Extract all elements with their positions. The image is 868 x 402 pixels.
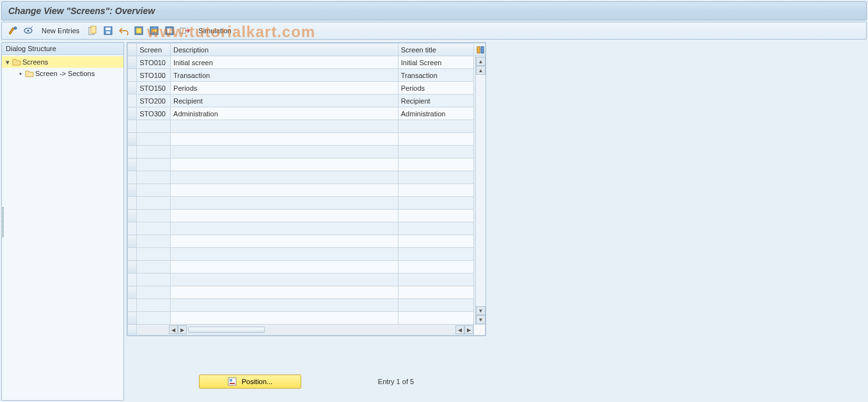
cell-screen-title[interactable] — [398, 197, 473, 210]
table-row[interactable] — [128, 299, 485, 312]
cell-screen[interactable] — [137, 286, 171, 299]
cell-screen-title[interactable] — [398, 222, 473, 235]
cell-screen-title[interactable] — [398, 248, 473, 261]
cell-screen[interactable] — [137, 261, 171, 274]
table-row[interactable]: STO150PeriodsPeriods — [128, 82, 485, 95]
expander-icon[interactable]: ▾ — [4, 58, 11, 66]
row-selector[interactable] — [128, 312, 137, 325]
table-row[interactable] — [128, 210, 485, 222]
cell-description[interactable]: Recipient — [171, 95, 398, 107]
cell-description[interactable] — [171, 299, 398, 312]
delimit-icon[interactable] — [179, 25, 191, 36]
table-row[interactable] — [128, 184, 485, 197]
cell-screen-title[interactable] — [398, 210, 473, 222]
save-variant-icon[interactable] — [102, 25, 114, 36]
row-selector[interactable] — [128, 210, 137, 222]
cell-screen[interactable] — [137, 235, 171, 248]
row-selector[interactable] — [128, 171, 137, 184]
cell-screen-title[interactable] — [398, 286, 473, 299]
col-description[interactable]: Description — [171, 43, 398, 56]
cell-screen-title[interactable] — [398, 299, 473, 312]
cell-description[interactable] — [171, 197, 398, 210]
cell-description[interactable] — [171, 146, 398, 158]
row-selector[interactable] — [128, 56, 137, 69]
cell-description[interactable] — [171, 222, 398, 235]
row-selector[interactable] — [128, 95, 137, 107]
table-row[interactable] — [128, 133, 485, 146]
col-screen[interactable]: Screen — [137, 43, 171, 56]
cell-screen-title[interactable]: Administration — [398, 107, 473, 120]
row-selector[interactable] — [128, 158, 137, 171]
table-row[interactable] — [128, 171, 485, 184]
position-button[interactable]: Position... — [199, 375, 301, 389]
cell-description[interactable]: Periods — [171, 82, 398, 95]
scroll-left2-icon[interactable]: ▶ — [178, 325, 187, 334]
cell-screen[interactable] — [137, 197, 171, 210]
cell-description[interactable] — [171, 274, 398, 286]
cell-screen[interactable]: STO200 — [137, 95, 171, 107]
cell-screen[interactable] — [137, 312, 171, 325]
row-selector[interactable] — [128, 261, 137, 274]
cell-screen[interactable] — [137, 158, 171, 171]
cell-description[interactable] — [171, 210, 398, 222]
table-row[interactable] — [128, 158, 485, 171]
scroll-up2-icon[interactable]: ▲ — [476, 66, 485, 75]
row-selector[interactable] — [128, 274, 137, 286]
cell-description[interactable] — [171, 235, 398, 248]
row-selector[interactable] — [128, 248, 137, 261]
cell-screen-title[interactable]: Periods — [398, 82, 473, 95]
cell-screen-title[interactable] — [398, 184, 473, 197]
other-view-icon[interactable] — [22, 25, 34, 36]
scroll-right-icon[interactable]: ▶ — [464, 325, 473, 334]
cell-description[interactable]: Administration — [171, 107, 398, 120]
toggle-display-change-icon[interactable] — [7, 25, 19, 36]
cell-description[interactable] — [171, 312, 398, 325]
table-row[interactable] — [128, 274, 485, 286]
copy-icon[interactable] — [87, 25, 99, 36]
col-screen-title[interactable]: Screen title — [398, 43, 473, 56]
select-block-icon[interactable] — [148, 25, 160, 36]
cell-screen-title[interactable] — [398, 158, 473, 171]
scroll-down2-icon[interactable]: ▼ — [476, 306, 485, 315]
undo-icon[interactable] — [118, 25, 129, 36]
table-row[interactable] — [128, 197, 485, 210]
scroll-up-icon[interactable]: ▲ — [476, 57, 485, 66]
cell-screen[interactable] — [137, 274, 171, 286]
cell-screen[interactable]: STO300 — [137, 107, 171, 120]
table-row[interactable] — [128, 146, 485, 158]
table-row[interactable] — [128, 286, 485, 299]
cell-description[interactable] — [171, 184, 398, 197]
row-selector-header[interactable] — [128, 43, 137, 56]
table-row[interactable]: STO200RecipientRecipient — [128, 95, 485, 107]
cell-screen-title[interactable]: Recipient — [398, 95, 473, 107]
row-selector[interactable] — [128, 235, 137, 248]
splitter-handle[interactable] — [1, 206, 4, 237]
cell-screen[interactable] — [137, 184, 171, 197]
cell-screen[interactable] — [137, 146, 171, 158]
cell-screen-title[interactable] — [398, 133, 473, 146]
row-selector[interactable] — [128, 107, 137, 120]
row-selector[interactable] — [128, 146, 137, 158]
scroll-down-icon[interactable]: ▼ — [476, 315, 485, 324]
cell-description[interactable] — [171, 286, 398, 299]
cell-screen-title[interactable]: Initial Screen — [398, 56, 473, 69]
vertical-scrollbar[interactable]: ▲ ▲ ▼ ▼ — [475, 57, 485, 324]
simulation-button[interactable]: Simulation — [194, 27, 235, 35]
scroll-track[interactable] — [476, 75, 485, 306]
cell-screen-title[interactable]: Transaction — [398, 69, 473, 82]
table-row[interactable] — [128, 120, 485, 133]
table-row[interactable] — [128, 235, 485, 248]
deselect-all-icon[interactable] — [164, 25, 175, 36]
scroll-left-icon[interactable]: ◀ — [169, 325, 178, 334]
cell-screen-title[interactable] — [398, 235, 473, 248]
cell-description[interactable] — [171, 133, 398, 146]
cell-screen-title[interactable] — [398, 171, 473, 184]
table-row[interactable] — [128, 261, 485, 274]
cell-screen[interactable] — [137, 210, 171, 222]
cell-screen-title[interactable] — [398, 261, 473, 274]
cell-screen[interactable] — [137, 248, 171, 261]
cell-description[interactable] — [171, 171, 398, 184]
cell-screen-title[interactable] — [398, 274, 473, 286]
row-selector[interactable] — [128, 222, 137, 235]
cell-screen[interactable]: STO100 — [137, 69, 171, 82]
